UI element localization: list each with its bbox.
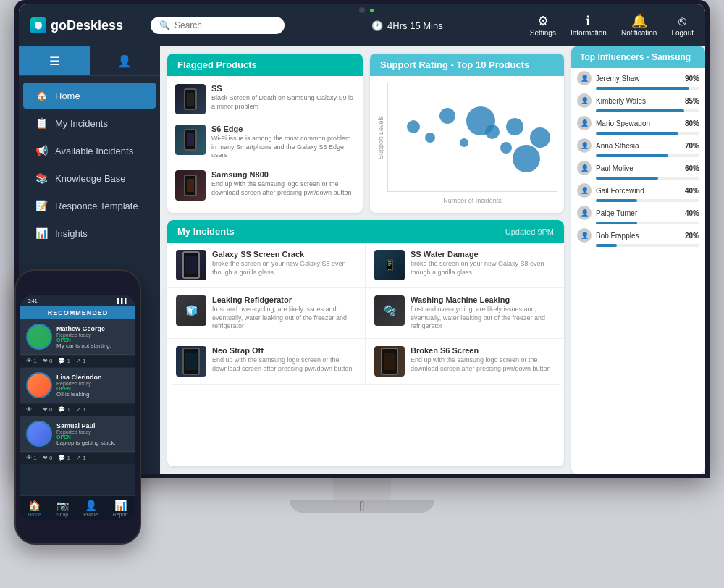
- incident-text-2: Leaking Refidgerator frost and over-cycl…: [212, 295, 356, 331]
- notification-button[interactable]: 🔔 Notification: [621, 14, 657, 37]
- sidebar-item-responce-template[interactable]: 📝 Responce Template: [23, 193, 156, 219]
- phone-card-msg-3: Laptop is getting stuck.: [56, 440, 130, 446]
- incident-item-3[interactable]: 🫧 Washing Machine Leaking frost and over…: [366, 288, 564, 339]
- flagged-products-card: Flagged Products SS Black Screen of: [167, 54, 363, 213]
- influencer-name-0: Jeremy Shaw: [596, 75, 681, 83]
- phone-recommended-label: RECOMMENDED: [20, 306, 135, 319]
- sidebar-item-available-incidents[interactable]: 📢 Available Incidents: [23, 138, 156, 164]
- sidebar-menu-btn[interactable]: ☰: [19, 46, 90, 75]
- phone-card-actions-3: 👁 1 ❤ 0 💬 1 ↗ 1: [20, 453, 135, 464]
- influencer-bar-bg-0: [596, 87, 699, 90]
- flagged-name-0: SS: [211, 84, 355, 93]
- information-button[interactable]: ℹ Information: [571, 14, 607, 37]
- incident-item-4[interactable]: Neo Strap Off End up with the samsung lo…: [167, 339, 366, 385]
- incident-desc-3: frost and over-cycling, are likely issue…: [411, 306, 555, 331]
- phone-card-3[interactable]: Samual Paul Reported today OPEN Laptop i…: [20, 416, 135, 452]
- sidebar-profile-btn[interactable]: 👤: [90, 46, 161, 75]
- search-input[interactable]: [174, 20, 276, 30]
- phone-battery: ▌▌▌: [117, 298, 128, 303]
- influencer-bar-bg-5: [596, 199, 699, 202]
- incident-item-1[interactable]: 📱 SS Water Damage broke the screen on yo…: [366, 243, 564, 288]
- information-label: Information: [571, 29, 607, 37]
- sidebar-item-available-incidents-label: Available Incidents: [55, 146, 133, 156]
- phone-action-comment-1[interactable]: 💬 1: [58, 358, 70, 364]
- bubble-9: [530, 127, 550, 148]
- phone-action-comment-3[interactable]: 💬 1: [58, 455, 70, 461]
- phone-action-like-3[interactable]: ❤ 0: [43, 455, 53, 461]
- flagged-items-list: SS Black Screen of Death on Samsung Gala…: [167, 76, 363, 209]
- influencer-name-5: Gail Forcewind: [596, 187, 681, 195]
- flagged-item-0[interactable]: SS Black Screen of Death on Samsung Gala…: [172, 80, 358, 118]
- phone-notch: [56, 280, 100, 293]
- incident-item-2[interactable]: 🧊 Leaking Refidgerator frost and over-cy…: [167, 288, 366, 339]
- phone-action-view-1[interactable]: 👁 1: [26, 358, 37, 364]
- phone-card-reported-3: Reported today: [56, 429, 130, 434]
- influencer-top-5: 👤 Gail Forcewind 40%: [577, 183, 699, 198]
- phone-nav-home[interactable]: 🏠 Home: [28, 500, 41, 517]
- influencer-bar-bg-2: [596, 132, 699, 135]
- influencer-bar-6: [596, 222, 637, 224]
- phone-card-reported-1: Reported today: [56, 332, 130, 337]
- phone-nav-profile[interactable]: 👤 Profile: [83, 500, 98, 517]
- phone-action-share-1[interactable]: ↗ 1: [76, 358, 86, 364]
- sidebar-item-my-incidents[interactable]: 📋 My Incidents: [23, 110, 156, 136]
- phone-action-comment-2[interactable]: 💬 1: [58, 406, 70, 413]
- influencer-avatar-7: 👤: [577, 228, 592, 243]
- my-incidents-header: My Incidents Updated 9PM: [167, 220, 564, 243]
- settings-icon: ⚙: [537, 14, 549, 28]
- flagged-desc-0: Black Screen of Death on Samsung Galaxy …: [211, 94, 355, 111]
- phone-action-view-2[interactable]: 👁 1: [26, 406, 37, 413]
- knowledge-base-icon: 📚: [35, 172, 48, 184]
- bubble-8: [513, 145, 540, 172]
- search-box[interactable]: 🔍: [151, 17, 285, 34]
- support-rating-title: Support Rating - Top 10 Products: [380, 59, 529, 70]
- logout-button[interactable]: ⎋ Logout: [671, 14, 694, 37]
- phone-nav-snap-label: Snap: [56, 512, 68, 517]
- phone-nav-report[interactable]: 📊 Report: [113, 500, 128, 517]
- app-logo: goDeskless: [30, 17, 139, 33]
- flagged-products-header: Flagged Products: [167, 54, 363, 76]
- sidebar-item-home[interactable]: 🏠 Home: [23, 83, 156, 109]
- influencer-top-4: 👤 Paul Molive 60%: [577, 161, 699, 175]
- phone-card-1[interactable]: Mathew George Reported today OPEN My car…: [20, 319, 135, 355]
- phone-action-share-3[interactable]: ↗ 1: [76, 455, 86, 461]
- flagged-text-2: Samsung N800 End up with the samsung log…: [211, 170, 355, 197]
- phone-profile-icon: 👤: [85, 500, 97, 511]
- influencer-pct-0: 90%: [685, 75, 699, 83]
- bubble-3: [460, 138, 468, 147]
- incident-thumb-5: [374, 346, 405, 377]
- incident-thumb-4: [176, 346, 206, 377]
- settings-button[interactable]: ⚙ Settings: [530, 14, 556, 37]
- phone-card-name-1: Mathew George: [56, 325, 130, 332]
- phone-card-2[interactable]: Lisa Clerindon Reported today OPEN Oil i…: [20, 368, 135, 403]
- influencer-pct-3: 70%: [685, 142, 699, 150]
- incident-text-3: Washing Machine Leaking frost and over-c…: [411, 295, 555, 331]
- my-incidents-icon: 📋: [35, 117, 48, 129]
- phone-card-status-badge-3: OPEN: [56, 434, 130, 440]
- phone-avatar-3: [26, 421, 52, 447]
- influencer-top-7: 👤 Bob Frapples 20%: [577, 228, 699, 243]
- bubble-0: [407, 120, 420, 133]
- monitor-wrap: 9:41 ▌▌▌ RECOMMENDED Mathew George Repor…: [14, 0, 710, 588]
- timer-section: 🕐 4Hrs 15 Mins: [296, 20, 518, 31]
- influencer-bar-1: [596, 109, 684, 112]
- sidebar-item-knowledge-base[interactable]: 📚 Knowledge Base: [23, 165, 156, 191]
- apple-logo: : [290, 498, 434, 515]
- phone-nav-snap[interactable]: 📷 Snap: [56, 500, 69, 517]
- flagged-item-2[interactable]: Samsung N800 End up with the samsung log…: [172, 167, 358, 204]
- notification-icon: 🔔: [631, 14, 647, 28]
- influencer-bar-bg-3: [596, 154, 699, 157]
- incident-item-5[interactable]: Broken S6 Screen End up with the samsung…: [366, 339, 564, 385]
- right-panel-title: Top Influencers - Samsung: [580, 52, 691, 62]
- influencer-name-1: Kimberly Wales: [596, 97, 681, 105]
- phone-action-like-2[interactable]: ❤ 0: [43, 406, 53, 413]
- flagged-item-1[interactable]: S6 Edge Wi-Fi issue is among the most co…: [172, 121, 358, 164]
- phone-action-share-2[interactable]: ↗ 1: [76, 406, 86, 413]
- phone-action-view-3[interactable]: 👁 1: [26, 455, 37, 461]
- incident-item-0[interactable]: Galaxy SS Screen Crack broke the screen …: [167, 243, 366, 288]
- phone-action-like-1[interactable]: ❤ 0: [43, 358, 53, 364]
- sidebar-item-insights[interactable]: 📊 Insights: [23, 220, 156, 246]
- phone-card-info-3: Samual Paul Reported today OPEN Laptop i…: [56, 422, 130, 446]
- incident-desc-5: End up with the samsung logo screen or t…: [411, 356, 555, 373]
- incident-name-4: Neo Strap Off: [212, 346, 356, 355]
